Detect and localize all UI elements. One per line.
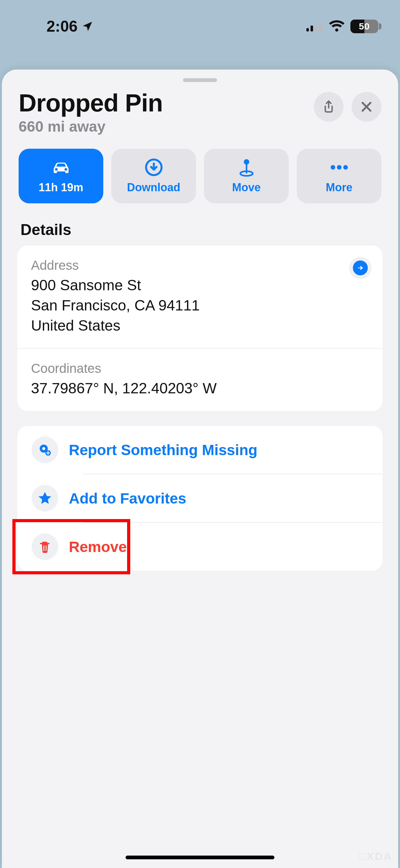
report-missing-button[interactable]: Report Something Missing [18,426,382,474]
share-button[interactable] [314,92,343,122]
address-label: Address [31,258,369,273]
cellular-icon [306,21,323,32]
location-services-icon [81,20,94,33]
move-pin-button[interactable]: Move [204,149,289,203]
car-icon [50,158,72,177]
move-label: Move [232,181,261,194]
page-subtitle: 660 mi away [19,118,314,135]
watermark: □XDA [359,850,393,862]
status-left: 2:06 [46,18,94,35]
close-button[interactable] [352,92,381,122]
action-row: 11h 19m Download Move More [2,135,398,203]
address-line3: United States [31,316,369,336]
share-icon [322,100,335,114]
remove-label: Remove [69,538,127,555]
coordinates-value: 37.79867° N, 122.40203° W [31,378,369,399]
trash-icon [32,533,58,560]
status-time: 2:06 [46,18,77,35]
details-heading: Details [2,203,398,246]
battery-percent: 50 [351,20,378,33]
close-icon [360,100,373,114]
home-indicator[interactable] [126,856,274,859]
svg-rect-2 [315,24,317,31]
status-bar: 2:06 50 [0,0,400,53]
battery-icon: 50 [351,20,378,33]
more-button[interactable]: More [297,149,381,203]
favorite-label: Add to Favorites [69,490,186,507]
svg-rect-1 [311,26,313,31]
download-icon [143,158,165,177]
arrow-icon [356,264,364,272]
address-directions-button[interactable] [349,257,371,279]
directions-button[interactable]: 11h 19m [19,149,103,203]
page-title: Dropped Pin [19,90,314,116]
add-favorite-button[interactable]: Add to Favorites [18,474,382,522]
actions-card: Report Something Missing Add to Favorite… [18,426,382,570]
report-label: Report Something Missing [69,441,257,459]
svg-point-9 [337,165,341,170]
address-line2: San Francisco, CA 94111 [31,296,369,316]
remove-pin-button[interactable]: Remove [18,523,382,570]
sheet-grabber[interactable] [183,78,217,82]
svg-point-12 [42,447,45,450]
wifi-icon [329,20,345,33]
address-row[interactable]: Address 900 Sansome St San Francisco, CA… [18,246,382,348]
svg-rect-3 [319,22,322,31]
sheet-header: Dropped Pin 660 mi away [2,90,398,135]
status-right: 50 [306,20,378,33]
place-sheet[interactable]: Dropped Pin 660 mi away 11h 19m [2,69,398,868]
more-icon [328,158,350,177]
svg-point-7 [244,159,249,165]
download-label: Download [127,181,180,194]
svg-point-8 [331,165,335,170]
download-button[interactable]: Download [111,149,196,203]
address-line1: 900 Sansome St [31,275,369,296]
star-icon [32,485,58,512]
directions-eta: 11h 19m [38,181,83,194]
more-label: More [326,181,352,194]
report-icon [32,436,58,463]
coordinates-label: Coordinates [31,361,369,376]
svg-point-10 [343,165,348,170]
svg-rect-0 [306,28,309,31]
details-card: Address 900 Sansome St San Francisco, CA… [18,246,382,411]
pin-icon [236,158,257,177]
coordinates-row[interactable]: Coordinates 37.79867° N, 122.40203° W [18,348,382,411]
